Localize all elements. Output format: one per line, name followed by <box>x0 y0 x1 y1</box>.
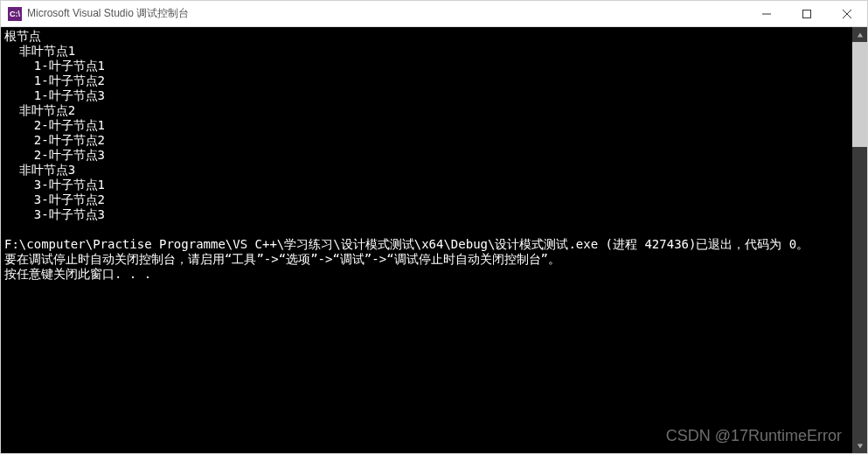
svg-marker-4 <box>857 32 862 37</box>
close-icon <box>843 10 851 18</box>
window-controls <box>746 1 867 26</box>
scroll-up-button[interactable] <box>852 27 867 42</box>
chevron-up-icon <box>857 31 864 38</box>
scroll-thumb[interactable] <box>852 42 867 147</box>
titlebar[interactable]: C:\ Microsoft Visual Studio 调试控制台 <box>1 1 867 27</box>
console-region: 根节点 非叶节点1 1-叶子节点1 1-叶子节点2 1-叶子节点3 非叶节点2 … <box>1 27 867 453</box>
minimize-icon <box>762 10 771 18</box>
chevron-down-icon <box>857 443 864 450</box>
minimize-button[interactable] <box>746 1 787 26</box>
window-title: Microsoft Visual Studio 调试控制台 <box>27 6 746 21</box>
console-output[interactable]: 根节点 非叶节点1 1-叶子节点1 1-叶子节点2 1-叶子节点3 非叶节点2 … <box>1 27 852 453</box>
vs-console-icon: C:\ <box>8 7 22 21</box>
scroll-down-button[interactable] <box>852 438 867 453</box>
vertical-scrollbar[interactable] <box>852 27 867 453</box>
close-button[interactable] <box>827 1 867 26</box>
svg-rect-1 <box>803 10 811 17</box>
maximize-icon <box>802 10 811 18</box>
window: C:\ Microsoft Visual Studio 调试控制台 根节点 非叶… <box>0 0 868 454</box>
svg-marker-5 <box>857 444 862 448</box>
maximize-button[interactable] <box>787 1 827 26</box>
